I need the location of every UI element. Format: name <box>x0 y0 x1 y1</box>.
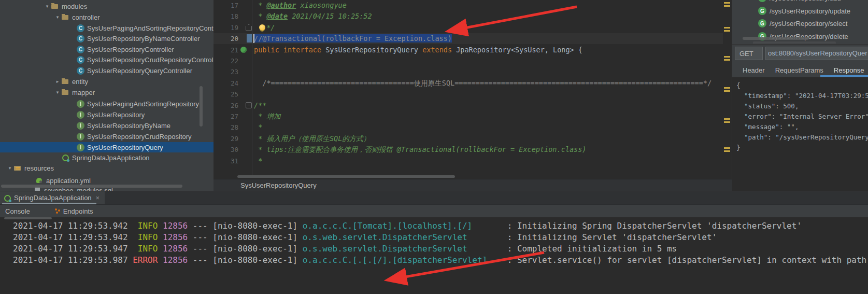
close-icon[interactable]: × <box>96 194 100 202</box>
tab-console[interactable]: Console <box>5 207 30 215</box>
code-line[interactable]: 23 <box>214 66 723 77</box>
tree-item[interactable]: ISysUserRepositoryByName <box>0 120 214 131</box>
endpoint-item[interactable]: G/sysUserRepository/update <box>732 5 868 17</box>
warning-stripe-mark[interactable] <box>724 90 730 92</box>
tab-response[interactable]: Response <box>834 66 864 74</box>
code-line[interactable]: 30 * tips:注意需要配合事务使用，否则报错 @Transactional… <box>214 144 723 155</box>
line-number[interactable]: 28 <box>217 122 238 133</box>
line-number[interactable]: 23 <box>217 66 238 77</box>
endpoint-item[interactable]: G/sysUserRepository/select <box>732 17 868 30</box>
warning-stripe-mark[interactable] <box>724 118 730 120</box>
fold-icon[interactable] <box>246 24 252 31</box>
code-line[interactable]: 28 * <box>214 122 723 133</box>
log-line[interactable]: 2021-04-17 11:29:53.942 INFO 12856 --- [… <box>13 232 717 243</box>
project-tree[interactable]: ▾modules▾controllerCSysUserPagingAndSort… <box>0 0 214 191</box>
breadcrumb[interactable]: SysUserRepositoryQuery <box>214 179 732 191</box>
tab-endpoints[interactable]: Endpoints <box>63 207 93 215</box>
warning-stripe-mark[interactable] <box>724 27 730 29</box>
tree-item-label: SysUserRepositoryController <box>87 46 174 53</box>
tree-item[interactable]: CSysUserPagingAndSortingRepositoryContro… <box>0 23 214 33</box>
line-number[interactable]: 27 <box>217 111 238 122</box>
code-line[interactable]: 20//@Transactional(rollbackFor = Excepti… <box>214 33 723 44</box>
line-number[interactable]: 26 <box>217 100 238 111</box>
bean-icon[interactable] <box>240 47 247 53</box>
code-line[interactable]: 31 * <box>214 156 723 166</box>
code-line[interactable]: 19 */ <box>214 22 723 33</box>
bulb-icon[interactable] <box>259 24 265 31</box>
tab-header[interactable]: Header <box>743 66 765 74</box>
tree-item[interactable]: ▾controller <box>0 12 214 22</box>
tree-item[interactable]: ISysUserRepositoryCrudRepository <box>0 131 214 142</box>
fold-icon[interactable]: − <box>246 102 252 108</box>
response-json-view[interactable]: { "timestamp": "2021-04-17T03:29:53.99 "… <box>732 77 868 194</box>
endpoint-list-scrollbar[interactable] <box>743 37 809 40</box>
warning-stripe-mark[interactable] <box>724 147 730 149</box>
tree-item[interactable]: ▾resources <box>0 163 214 173</box>
chevron-down-icon[interactable]: ▾ <box>54 15 61 20</box>
warning-stripe-mark[interactable] <box>724 59 730 61</box>
line-number[interactable]: 17 <box>217 0 238 11</box>
project-tree-hscrollbar[interactable] <box>1 185 182 188</box>
warning-stripe-mark[interactable] <box>724 121 730 123</box>
tree-item[interactable]: SpringDataJpaApplication <box>0 152 214 163</box>
interface-icon: I <box>77 144 84 151</box>
line-number[interactable]: 20 <box>217 33 238 44</box>
log-line[interactable]: 2021-04-17 11:29:53.947 INFO 12856 --- [… <box>13 244 677 254</box>
code-line[interactable]: 24 /*==================================使… <box>214 78 723 89</box>
tab-requestparams[interactable]: RequestParams <box>775 66 823 74</box>
line-number[interactable]: 19 <box>217 22 238 33</box>
warning-stripe-mark[interactable] <box>724 150 730 152</box>
code-line[interactable]: 21public interface SysUserRepositoryQuer… <box>214 45 723 55</box>
code-line[interactable]: 29 * 插入用户（使用原生SQL的方式） <box>214 133 723 144</box>
http-method-select[interactable]: GET <box>735 47 763 60</box>
tree-item[interactable]: application.yml <box>0 175 214 186</box>
code-line[interactable]: 26−/** <box>214 100 723 111</box>
code-line[interactable]: 17 * @author xiaosongyue <box>214 0 723 11</box>
console-scrollbar[interactable] <box>4 217 52 219</box>
code-editor[interactable]: 17 * @author xiaosongyue18 * @date 2021/… <box>214 0 732 179</box>
tree-item[interactable]: ▾mapper <box>0 87 214 97</box>
tree-item[interactable]: ISysUserPagingAndSortingRepository <box>0 99 214 109</box>
line-number[interactable]: 18 <box>217 11 238 22</box>
endpoint-item[interactable]: G/sysUserRepository/delete <box>732 30 868 43</box>
line-number[interactable]: 24 <box>217 78 238 89</box>
console-log[interactable]: + javax.persistence.TransactionRequiredE… <box>0 217 868 294</box>
tree-item[interactable]: CSysUserRepositoryQueryController <box>0 65 214 76</box>
warning-stripe-mark[interactable] <box>724 30 730 32</box>
log-token: : Initializing Spring DispatcherServlet … <box>472 221 802 231</box>
tree-item[interactable]: ISysUserRepositoryQuery <box>0 142 214 152</box>
line-number[interactable]: 31 <box>217 156 238 166</box>
log-token: 12856 <box>163 244 188 254</box>
code-line[interactable]: 25 <box>214 89 723 100</box>
chevron-down-icon[interactable]: ▾ <box>54 90 61 95</box>
breadcrumb-label[interactable]: SysUserRepositoryQuery <box>240 181 317 189</box>
chevron-down-icon[interactable]: ▾ <box>6 165 13 171</box>
tree-item[interactable]: ▸entity <box>0 76 214 87</box>
warning-stripe-mark[interactable] <box>724 87 730 89</box>
warning-stripe-mark[interactable] <box>724 5 730 7</box>
line-number[interactable]: 30 <box>217 144 238 155</box>
tree-item[interactable]: CSysUserRepositoryController <box>0 44 214 54</box>
request-url-input[interactable]: ost:8080/sysUserRepositoryQuer <box>765 47 868 60</box>
line-number[interactable]: 29 <box>217 133 238 144</box>
tree-item[interactable]: CSysUserRepositoryByNameController <box>0 33 214 44</box>
chevron-right-icon[interactable]: ▸ <box>54 79 61 84</box>
code-line[interactable]: 22 <box>214 55 723 66</box>
tree-item[interactable]: ISysUserRepository <box>0 109 214 120</box>
endpoint-item[interactable]: G/sysUserRepository/add <box>732 0 868 4</box>
chevron-down-icon[interactable]: ▾ <box>44 4 51 9</box>
line-number[interactable]: 22 <box>217 55 238 66</box>
line-number[interactable]: 21 <box>217 45 238 55</box>
code-line[interactable]: 18 * @date 2021/04/15 10:25:52 <box>214 11 723 22</box>
tree-item[interactable]: ▾modules <box>0 1 214 11</box>
tree-item[interactable]: CSysUserRepositoryCrudRepositoryControll… <box>0 54 214 65</box>
editor-hscrollbar[interactable] <box>237 175 455 178</box>
line-number[interactable]: 25 <box>217 89 238 100</box>
log-line[interactable]: 2021-04-17 11:29:53.987 ERROR 12856 --- … <box>13 255 868 265</box>
warning-stripe-mark[interactable] <box>724 56 730 58</box>
code-line[interactable]: 27 * 增加 <box>214 111 723 122</box>
warning-stripe-mark[interactable] <box>724 2 730 4</box>
endpoint-list[interactable]: G/sysUserRepository/addG/sysUserReposito… <box>732 0 868 44</box>
editor-error-stripe[interactable] <box>723 0 732 179</box>
log-line[interactable]: 2021-04-17 11:29:53.942 INFO 12856 --- [… <box>13 221 802 231</box>
